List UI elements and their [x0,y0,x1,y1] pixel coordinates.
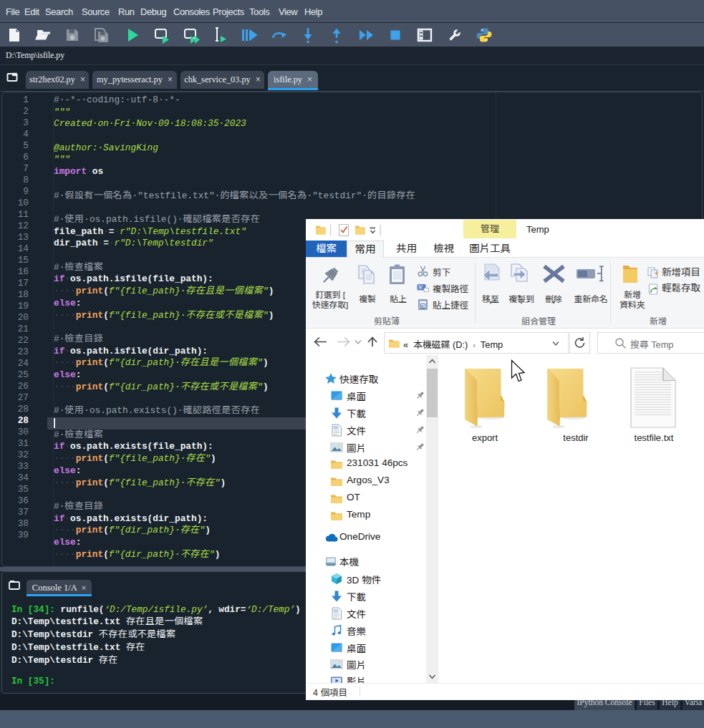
svg-text:W: W [418,284,423,291]
